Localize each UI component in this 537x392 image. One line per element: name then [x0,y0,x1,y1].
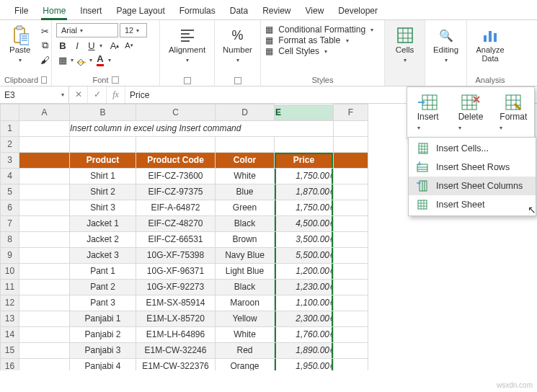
alignment-button[interactable]: Alignment▾ [164,23,210,66]
format-painter-button[interactable]: 🖌 [38,53,51,66]
clipboard-icon [12,25,29,45]
svg-rect-12 [420,181,427,191]
group-label-clipboard: Clipboard [4,76,38,84]
ribbon-tabs: FileHomeInsertPage LayoutFormulasDataRev… [0,0,537,20]
analyze-icon [481,25,499,45]
svg-rect-13 [418,200,427,209]
dialog-launcher-icon[interactable] [184,77,191,84]
insert-cells-icon [416,143,429,154]
format-menu-button[interactable]: Format▾ [497,93,530,132]
bold-button[interactable]: B [56,39,69,52]
dialog-launcher-icon[interactable] [234,77,241,84]
tab-page-layout[interactable]: Page Layout [109,2,172,19]
insert-sheet-icon [416,199,429,210]
analyze-data-button[interactable]: Analyze Data [471,23,509,65]
col-header-F[interactable]: F [334,104,368,121]
svg-rect-6 [494,33,497,42]
group-cells: Cells▾ [385,20,425,86]
col-header-E[interactable]: E [275,104,333,120]
group-label-font: Font [92,76,108,84]
fx-icon[interactable]: fx [107,86,125,103]
conditional-formatting-button[interactable]: ▦ Conditional Formatting ▾ [265,24,380,35]
table-row: 12Pant 3E1M-SX-85914Maroon1,100.00৳ [1,295,368,311]
tab-file[interactable]: File [7,2,35,19]
format-cells-icon [505,93,522,112]
table-row: 11Pant 210G-XF-92273Black1,230.00৳ [1,279,368,295]
cond-format-icon: ▦ [265,24,273,35]
svg-rect-3 [398,28,412,43]
col-header-A[interactable]: A [19,104,70,121]
paste-button[interactable]: Paste▾ [4,23,35,66]
cell-styles-button[interactable]: ▦ Cell Styles ▾ [265,46,380,56]
col-header-B[interactable]: B [70,104,136,121]
row-header[interactable]: 1 [1,120,19,136]
grid-table: ABCDEF1Insert column in excel using Inse… [0,104,368,370]
svg-rect-5 [489,31,492,42]
table-header[interactable]: Color [216,152,275,168]
increase-font-button[interactable]: A▴ [108,39,121,52]
svg-rect-11 [417,164,427,172]
select-all-corner[interactable] [1,104,19,121]
find-icon: 🔍 [439,25,453,45]
group-label-analysis: Analysis [476,76,505,84]
dialog-launcher-icon[interactable] [112,76,119,84]
insert-submenu: Insert Cells... Insert Sheet Rows Insert… [408,137,536,216]
font-name-select[interactable]: Arial▾ [56,23,118,37]
cells-menu: Insert▾ Delete▾ Format▾ [407,86,535,138]
group-styles: ▦ Conditional Formatting ▾ ▦ Format as T… [261,20,385,86]
fill-color-button[interactable]: ◇ [75,53,88,66]
insert-menu-button[interactable]: Insert▾ [412,93,444,132]
font-size-select[interactable]: 12▾ [120,23,147,37]
editing-button[interactable]: 🔍 Editing▾ [428,23,463,66]
table-row: 4Shirt 1EIF-CZ-73600White1,750.00৳ [1,168,368,184]
alignment-icon [179,25,195,45]
table-row: 10Pant 110G-XF-96371Light Blue1,200.00৳ [1,263,368,279]
tab-home[interactable]: Home [35,2,73,19]
italic-button[interactable]: I [71,39,84,52]
insert-sheet-item[interactable]: Insert Sheet [409,195,536,214]
tab-developer[interactable]: Developer [331,2,385,19]
insert-columns-icon [416,180,429,192]
table-row: 9Jacket 310G-XF-75398Navy Blue5,500.00৳ [1,247,368,263]
table-header[interactable]: Price [275,152,334,168]
tab-review[interactable]: Review [255,2,298,19]
enter-formula-icon[interactable]: ✓ [88,86,107,103]
table-row: 8Jacket 2EIF-CZ-66531Brown3,500.00৳ [1,231,368,247]
insert-cells-item[interactable]: Insert Cells... [409,139,536,158]
tab-view[interactable]: View [298,2,332,19]
svg-rect-2 [20,34,29,45]
table-row: 7Jacket 1EIF-CZ-48270Black4,500.00৳ [1,215,368,231]
cells-button[interactable]: Cells▾ [391,23,420,66]
delete-menu-button[interactable]: Delete▾ [454,93,487,132]
group-label-styles: Styles [312,76,334,84]
percent-icon: % [231,25,243,45]
tab-data[interactable]: Data [223,2,255,19]
table-row: 15Panjabi 3E1M-CW-32246Red1,890.00৳ [1,342,368,358]
insert-cells-icon [418,93,438,112]
number-button[interactable]: % Number▾ [218,23,257,66]
table-row: 16Panjabi 4E1M-CW-322376Orange1,950.00৳ [1,358,368,370]
col-header-C[interactable]: C [136,104,216,121]
decrease-font-button[interactable]: A▾ [123,39,136,52]
tab-formulas[interactable]: Formulas [172,2,223,19]
border-button[interactable]: ▦ [56,53,69,66]
cancel-formula-icon[interactable]: ✕ [69,86,88,103]
insert-sheet-columns-item[interactable]: Insert Sheet Columns [409,177,536,195]
title-cell[interactable]: Insert column in excel using Insert comm… [70,120,334,136]
group-number: % Number▾ [215,20,261,86]
table-row: 13Panjabi 1E1M-LX-85720Yellow2,300.00৳ [1,311,368,326]
cut-button[interactable]: ✂ [38,24,51,37]
insert-sheet-rows-item[interactable]: Insert Sheet Rows [409,158,536,177]
col-header-D[interactable]: D [216,104,275,121]
delete-cells-icon [461,93,481,112]
format-as-table-button[interactable]: ▦ Format as Table ▾ [265,35,380,45]
table-header[interactable]: Product [70,152,136,168]
name-box[interactable]: E3▾ [0,86,69,103]
font-color-button[interactable]: A [94,53,107,66]
underline-button[interactable]: U [85,39,98,52]
copy-button[interactable]: ⧉ [38,39,51,52]
dialog-launcher-icon[interactable] [41,76,47,84]
tab-insert[interactable]: Insert [73,2,109,19]
group-alignment: Alignment▾ [160,20,215,86]
table-header[interactable]: Product Code [136,152,216,168]
